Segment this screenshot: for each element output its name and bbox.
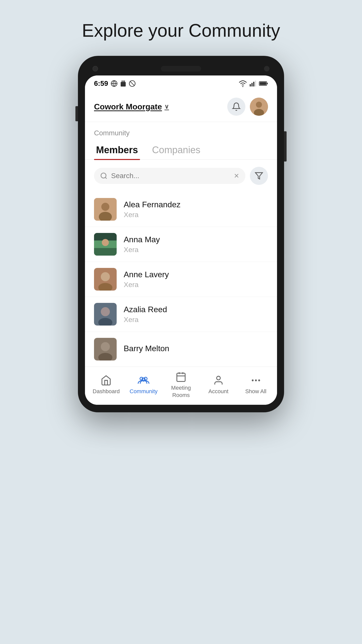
sd-icon bbox=[120, 80, 126, 87]
nav-item-meeting-rooms[interactable]: MeetingRooms bbox=[166, 371, 196, 399]
svg-rect-15 bbox=[260, 82, 266, 85]
svg-rect-2 bbox=[121, 82, 126, 87]
member-avatar bbox=[94, 268, 117, 291]
svg-point-47 bbox=[252, 380, 253, 381]
status-left: 6:59 bbox=[94, 79, 136, 88]
phone-screen: 6:59 bbox=[85, 75, 277, 405]
nav-label-meeting-rooms: MeetingRooms bbox=[171, 384, 191, 399]
search-icon bbox=[100, 172, 108, 180]
content-area: Community Members Companies ✕ bbox=[85, 122, 277, 367]
tab-members[interactable]: Members bbox=[94, 140, 140, 159]
phone-shell: 6:59 bbox=[78, 56, 284, 412]
no-disturb-icon bbox=[129, 80, 136, 87]
member-company: Xera bbox=[124, 211, 180, 219]
notifications-button[interactable] bbox=[227, 98, 245, 116]
member-list: Alea Fernandez Xera bbox=[85, 192, 277, 367]
list-item[interactable]: Anna May Xera bbox=[85, 227, 277, 262]
section-label: Community bbox=[85, 122, 277, 140]
nav-item-community[interactable]: Community bbox=[128, 375, 159, 395]
search-row: ✕ bbox=[85, 160, 277, 192]
battery-icon bbox=[259, 80, 268, 87]
list-item[interactable]: Alea Fernandez Xera bbox=[85, 192, 277, 227]
user-avatar-button[interactable] bbox=[250, 98, 268, 116]
svg-rect-5 bbox=[124, 80, 125, 83]
wifi-icon bbox=[239, 80, 247, 87]
tab-companies[interactable]: Companies bbox=[150, 140, 202, 159]
chevron-down-icon: ∨ bbox=[164, 103, 169, 110]
svg-line-7 bbox=[130, 82, 134, 86]
side-button-left bbox=[75, 106, 78, 121]
svg-rect-12 bbox=[255, 80, 256, 86]
person-icon bbox=[213, 375, 224, 386]
member-info: Anne Lavery Xera bbox=[124, 270, 169, 289]
side-button-right bbox=[284, 131, 287, 162]
svg-marker-21 bbox=[255, 173, 262, 179]
status-right bbox=[239, 80, 268, 87]
member-company: Xera bbox=[124, 316, 167, 324]
nav-item-dashboard[interactable]: Dashboard bbox=[91, 375, 121, 395]
nav-label-account: Account bbox=[208, 388, 229, 395]
member-company: Xera bbox=[124, 246, 160, 254]
filter-button[interactable] bbox=[250, 167, 268, 185]
clear-search-button[interactable]: ✕ bbox=[234, 172, 239, 180]
svg-point-34 bbox=[101, 307, 110, 316]
svg-point-46 bbox=[216, 376, 220, 380]
nav-label-show-all: Show All bbox=[245, 388, 266, 395]
member-name: Azalia Reed bbox=[124, 305, 167, 314]
member-info: Barry Melton bbox=[124, 344, 169, 355]
tabs-bar: Members Companies bbox=[85, 140, 277, 160]
bottom-nav: Dashboard Community bbox=[85, 367, 277, 405]
nav-label-dashboard: Dashboard bbox=[93, 388, 120, 395]
member-avatar bbox=[94, 303, 117, 326]
list-item[interactable]: Azalia Reed Xera bbox=[85, 297, 277, 332]
speaker-grille bbox=[161, 66, 201, 71]
svg-point-49 bbox=[258, 380, 260, 381]
svg-rect-10 bbox=[251, 83, 253, 87]
member-info: Alea Fernandez Xera bbox=[124, 200, 180, 219]
member-name: Barry Melton bbox=[124, 344, 169, 353]
svg-rect-11 bbox=[253, 82, 254, 87]
nav-item-account[interactable]: Account bbox=[203, 375, 234, 395]
member-name: Anne Lavery bbox=[124, 270, 169, 279]
avatar bbox=[250, 98, 268, 116]
list-item[interactable]: Anne Lavery Xera bbox=[85, 262, 277, 297]
calendar-icon bbox=[175, 371, 187, 382]
nav-item-show-all[interactable]: Show All bbox=[241, 375, 271, 395]
status-bar: 6:59 bbox=[85, 75, 277, 92]
workspace-selector[interactable]: Cowork Moorgate ∨ bbox=[94, 102, 169, 111]
svg-point-37 bbox=[101, 342, 110, 351]
workspace-name: Cowork Moorgate bbox=[94, 102, 162, 111]
sensor bbox=[264, 66, 269, 71]
member-company: Xera bbox=[124, 281, 169, 289]
phone-notch bbox=[85, 63, 277, 75]
bell-icon bbox=[232, 102, 241, 111]
home-icon bbox=[101, 375, 112, 386]
svg-rect-28 bbox=[94, 248, 117, 256]
front-camera bbox=[93, 66, 98, 71]
member-avatar bbox=[94, 198, 117, 221]
svg-point-29 bbox=[102, 239, 109, 246]
svg-rect-42 bbox=[177, 373, 185, 381]
svg-point-17 bbox=[256, 102, 262, 108]
list-item[interactable]: Barry Melton bbox=[85, 332, 277, 367]
member-info: Anna May Xera bbox=[124, 235, 160, 254]
member-avatar bbox=[94, 233, 117, 256]
svg-rect-9 bbox=[250, 84, 251, 86]
dots-icon bbox=[250, 375, 261, 386]
svg-point-31 bbox=[101, 272, 110, 281]
nav-label-community: Community bbox=[130, 388, 158, 395]
community-icon bbox=[137, 375, 150, 386]
svg-rect-14 bbox=[267, 83, 268, 84]
svg-line-20 bbox=[105, 177, 107, 179]
member-info: Azalia Reed Xera bbox=[124, 305, 167, 324]
member-avatar bbox=[94, 338, 117, 360]
search-input[interactable] bbox=[111, 172, 230, 180]
page-title: Explore your Community bbox=[82, 20, 280, 41]
member-name: Alea Fernandez bbox=[124, 200, 180, 209]
status-time: 6:59 bbox=[94, 79, 108, 88]
member-name: Anna May bbox=[124, 235, 160, 244]
svg-rect-3 bbox=[122, 80, 122, 83]
svg-point-48 bbox=[255, 380, 257, 381]
svg-point-19 bbox=[101, 173, 106, 178]
globe-icon bbox=[111, 80, 118, 87]
